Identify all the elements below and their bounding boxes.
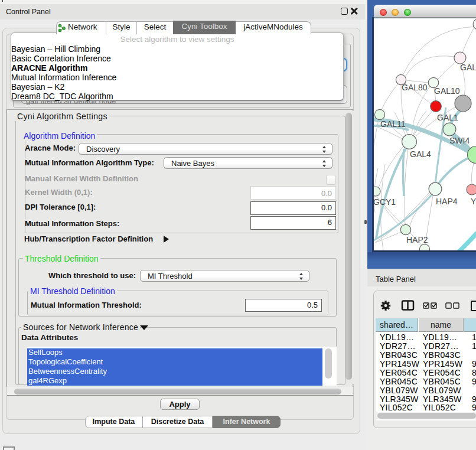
svg-text:HAP4: HAP4 <box>436 197 458 206</box>
svg-text:GAL11: GAL11 <box>380 119 406 129</box>
svg-text:Y: Y <box>471 197 476 206</box>
svg-text:GAL7: GAL7 <box>460 63 476 72</box>
svg-text:SWI4: SWI4 <box>449 136 470 145</box>
svg-text:HAP2: HAP2 <box>406 235 428 244</box>
svg-text:GAL4: GAL4 <box>410 149 431 159</box>
svg-text:GCY1: GCY1 <box>374 197 396 207</box>
svg-text:GAL10: GAL10 <box>434 86 460 96</box>
svg-text:GAL80: GAL80 <box>402 83 428 92</box>
svg-text:GAL1: GAL1 <box>437 113 458 122</box>
